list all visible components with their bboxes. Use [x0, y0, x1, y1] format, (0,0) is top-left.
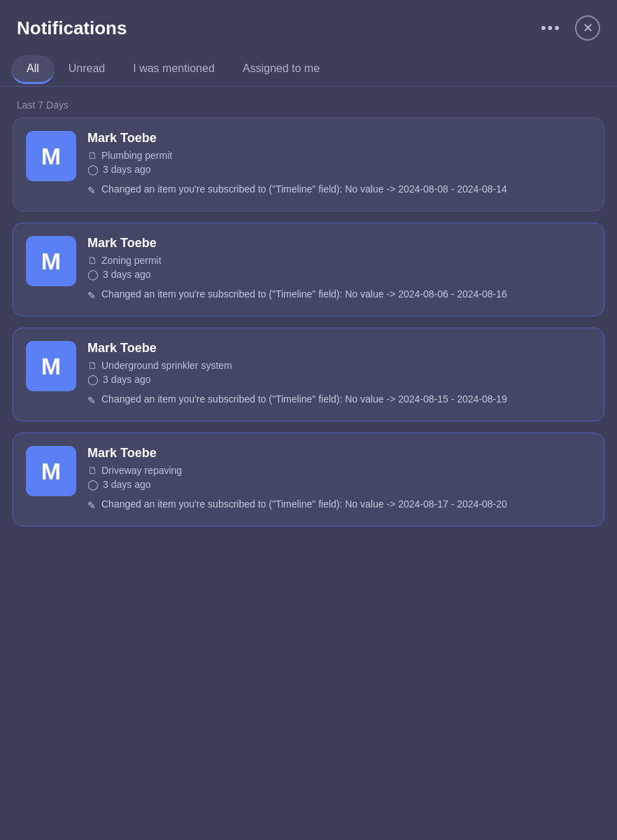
notification-content-4: Mark Toebe 🗋 Driveway repaving ◯ 3 days …	[87, 446, 590, 513]
notification-content-3: Mark Toebe 🗋 Underground sprinkler syste…	[87, 341, 590, 408]
notification-card-2[interactable]: M Mark Toebe 🗋 Zoning permit ◯ 3 days ag…	[13, 223, 604, 316]
notification-content-2: Mark Toebe 🗋 Zoning permit ◯ 3 days ago …	[87, 236, 590, 303]
clock-icon-1: ◯	[87, 164, 99, 175]
tab-all[interactable]: All	[11, 55, 55, 84]
tabs-container: All Unread I was mentioned Assigned to m…	[0, 52, 617, 87]
notification-name-1: Mark Toebe	[87, 131, 590, 146]
more-options-button[interactable]: •••	[535, 16, 567, 40]
notification-item-3: 🗋 Underground sprinkler system	[87, 360, 590, 371]
notification-time-4: ◯ 3 days ago	[87, 479, 590, 490]
notification-time-3: ◯ 3 days ago	[87, 374, 590, 385]
avatar-1: M	[26, 131, 76, 181]
document-icon-1: 🗋	[87, 150, 97, 161]
close-icon: ✕	[583, 20, 593, 36]
notification-time-2: ◯ 3 days ago	[87, 269, 590, 280]
clock-icon-4: ◯	[87, 479, 99, 490]
notification-card-4[interactable]: M Mark Toebe 🗋 Driveway repaving ◯ 3 day…	[13, 433, 604, 526]
pencil-icon-4: ✎	[87, 498, 96, 513]
notification-description-2: ✎ Changed an item you're subscribed to (…	[87, 287, 590, 303]
notification-item-1: 🗋 Plumbing permit	[87, 150, 590, 161]
close-button[interactable]: ✕	[575, 15, 600, 41]
notification-name-4: Mark Toebe	[87, 446, 590, 461]
clock-icon-3: ◯	[87, 374, 99, 385]
notification-time-1: ◯ 3 days ago	[87, 164, 590, 175]
pencil-icon-2: ✎	[87, 288, 96, 303]
document-icon-4: 🗋	[87, 465, 97, 476]
notification-description-4: ✎ Changed an item you're subscribed to (…	[87, 497, 590, 513]
notification-name-3: Mark Toebe	[87, 341, 590, 356]
header: Notifications ••• ✕	[0, 0, 617, 52]
avatar-4: M	[26, 446, 76, 496]
pencil-icon-1: ✎	[87, 183, 96, 198]
notification-item-4: 🗋 Driveway repaving	[87, 465, 590, 476]
notification-card-1[interactable]: M Mark Toebe 🗋 Plumbing permit ◯ 3 days …	[13, 118, 604, 211]
tab-mentioned[interactable]: I was mentioned	[119, 52, 229, 87]
document-icon-2: 🗋	[87, 255, 97, 266]
tab-unread[interactable]: Unread	[55, 52, 119, 87]
clock-icon-2: ◯	[87, 269, 99, 280]
notifications-list: M Mark Toebe 🗋 Plumbing permit ◯ 3 days …	[0, 118, 617, 526]
notification-card-3[interactable]: M Mark Toebe 🗋 Underground sprinkler sys…	[13, 328, 604, 421]
avatar-2: M	[26, 236, 76, 286]
header-actions: ••• ✕	[535, 15, 600, 41]
section-label: Last 7 Days	[0, 87, 617, 118]
notification-content-1: Mark Toebe 🗋 Plumbing permit ◯ 3 days ag…	[87, 131, 590, 198]
notification-name-2: Mark Toebe	[87, 236, 590, 251]
tab-assigned[interactable]: Assigned to me	[229, 52, 334, 87]
notification-item-2: 🗋 Zoning permit	[87, 255, 590, 266]
page-title: Notifications	[17, 18, 127, 39]
avatar-3: M	[26, 341, 76, 391]
document-icon-3: 🗋	[87, 360, 97, 371]
notification-description-3: ✎ Changed an item you're subscribed to (…	[87, 392, 590, 408]
notification-description-1: ✎ Changed an item you're subscribed to (…	[87, 182, 590, 198]
app-container: Notifications ••• ✕ All Unread I was men…	[0, 0, 617, 840]
pencil-icon-3: ✎	[87, 393, 96, 408]
